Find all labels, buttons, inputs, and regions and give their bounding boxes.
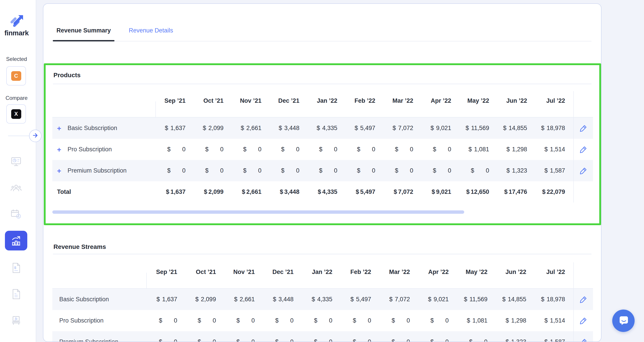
amount: 0 [220,167,224,174]
currency-symbol: $ [165,125,168,132]
formulas-icon[interactable]: fx [10,315,22,326]
money-value: $0 [430,317,449,324]
edit-pencil-button[interactable] [579,167,588,175]
selected-label: Selected [0,56,33,62]
money-cell: $1,081 [457,310,496,331]
currency-symbol: $ [504,188,508,195]
money-cell: $0 [308,139,346,160]
month-column-header: May ’22 [460,91,498,117]
currency-symbol: $ [392,317,395,324]
currency-symbol: $ [205,146,208,153]
money-cell: $1,323 [496,331,534,342]
currency-symbol: $ [236,317,240,324]
arrow-right-icon [32,132,38,139]
currency-symbol: $ [430,125,434,132]
row-label: Premium Subscription [59,338,118,342]
compare-scenario-avatar[interactable]: X [6,104,26,124]
row-label: Pro Subscription [59,317,104,324]
currency-symbol: $ [273,296,276,303]
total-row: Total$1,637$2,099$2,661$3,448$4,335$5,49… [52,181,593,203]
dashboard-icon[interactable] [10,156,22,167]
currency-symbol: $ [468,146,472,153]
money-cell: $22,079 [535,181,573,203]
amount: 9,021 [436,125,451,132]
edit-pencil-button[interactable] [579,124,588,133]
amount: 0 [258,146,262,153]
main-panel: Revenue Summary Revenue Details Products… [43,3,602,342]
amount: 0 [334,167,338,174]
money-cell: $9,021 [422,118,460,139]
horizontal-scrollbar-thumb[interactable] [52,210,464,214]
currency-symbol: $ [243,167,246,174]
month-column-header: Dec ’21 [263,262,302,288]
selected-scenario-avatar[interactable]: C [6,66,26,86]
amount: 2,099 [208,188,224,195]
currency-symbol: $ [243,146,246,153]
money-value: $0 [314,317,332,324]
currency-symbol: $ [392,338,395,342]
amount: 14,855 [509,125,527,132]
amount: 7,072 [398,125,414,132]
expand-plus-button[interactable]: + [57,146,64,153]
money-value: $14,855 [502,296,526,303]
currency-symbol: $ [314,317,317,324]
month-column-header: Sep ’21 [156,91,194,117]
currency-symbol: $ [234,296,238,303]
invoices-icon[interactable]: $ [10,262,22,274]
currency-symbol: $ [204,188,207,195]
currency-symbol: $ [544,338,548,342]
amount: 0 [486,167,489,174]
amount: 7,072 [395,296,410,303]
money-value: $4,335 [317,125,338,132]
edit-pencil-button[interactable] [579,338,588,342]
currency-symbol: $ [314,338,317,342]
money-cell: $2,099 [185,289,224,310]
chat-launcher-button[interactable] [612,309,634,332]
avatar: C [11,71,21,81]
amount: 0 [296,167,300,174]
billing-calendar-icon[interactable]: $ [10,208,22,220]
money-cell: $18,978 [535,118,573,139]
amount: 18,978 [546,296,565,303]
expand-plus-button[interactable]: + [57,167,64,174]
expand-plus-button[interactable]: + [57,125,64,132]
money-value: $9,021 [430,125,451,132]
money-value: $1,637 [165,125,186,132]
amount: 0 [290,317,294,324]
svg-text:$: $ [14,266,16,269]
money-value: $11,569 [466,125,489,132]
sidebar-collapse-button[interactable] [29,130,42,142]
money-value: $3,448 [278,125,300,132]
money-cell: $1,637 [156,181,194,203]
actions-cell [573,139,593,160]
money-value: $9,021 [428,296,449,303]
edit-pencil-button[interactable] [579,316,588,325]
charts-icon[interactable] [5,231,27,250]
amount: 1,587 [550,338,565,342]
reports-icon[interactable] [10,288,22,300]
amount: 0 [182,146,186,153]
tab-revenue-details[interactable]: Revenue Details [129,27,173,34]
currency-symbol: $ [502,296,506,303]
currency-symbol: $ [241,125,244,132]
money-cell: $1,637 [147,289,185,310]
money-value: $0 [469,338,488,342]
amount: 0 [372,167,375,174]
team-icon[interactable] [10,183,22,194]
money-cell: $4,335 [308,118,346,139]
money-cell: $2,661 [232,181,270,203]
amount: 0 [410,167,413,174]
currency-symbol: $ [395,167,398,174]
money-cell: $0 [232,160,270,181]
finmark-logo-icon [0,14,33,28]
edit-pencil-button[interactable] [579,295,588,304]
currency-symbol: $ [281,146,284,153]
edit-pencil-button[interactable] [579,145,588,154]
money-cell: $0 [147,331,185,342]
money-cell: $0 [308,160,346,181]
month-column-header: Oct ’21 [185,262,224,288]
currency-symbol: $ [312,296,315,303]
amount: 0 [484,338,488,342]
tab-revenue-summary[interactable]: Revenue Summary [53,27,114,34]
sidebar: finmark Selected C Compare X $ [0,0,36,342]
